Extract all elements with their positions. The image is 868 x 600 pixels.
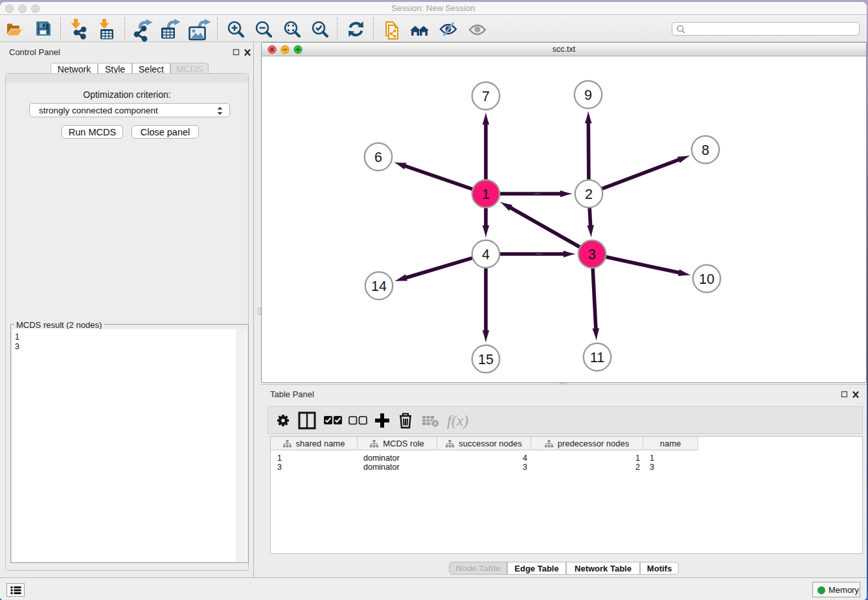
svg-text:3: 3	[588, 247, 596, 262]
svg-text:15: 15	[478, 352, 494, 367]
svg-text:14: 14	[371, 279, 387, 294]
svg-text:2: 2	[585, 187, 593, 202]
svg-text:4: 4	[482, 247, 490, 262]
svg-text:f(x): f(x)	[447, 412, 468, 429]
svg-text:6: 6	[374, 150, 382, 165]
svg-text:8: 8	[702, 143, 709, 158]
svg-text:1: 1	[482, 187, 490, 202]
svg-text:7: 7	[482, 89, 490, 104]
svg-text:9: 9	[584, 87, 592, 103]
svg-text:11: 11	[590, 350, 604, 365]
svg-text:10: 10	[699, 271, 714, 287]
